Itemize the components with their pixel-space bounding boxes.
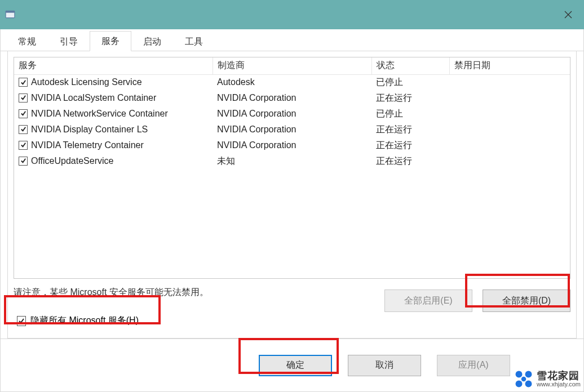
service-row[interactable]: NVIDIA Telemetry ContainerNVIDIA Corpora…	[14, 137, 570, 153]
service-checkbox[interactable]	[19, 93, 28, 103]
service-manufacturer: Autodesk	[213, 74, 371, 90]
tab-2[interactable]: 服务	[90, 31, 131, 51]
ok-button[interactable]: 确定	[259, 355, 332, 376]
service-status: 已停止	[371, 106, 449, 122]
svg-point-5	[525, 371, 532, 378]
snowflake-icon	[514, 369, 533, 389]
services-list[interactable]: 服务 制造商 状态 禁用日期 Autodesk Licensing Servic…	[14, 57, 570, 279]
svg-point-8	[521, 377, 527, 382]
col-header-service[interactable]: 服务	[14, 57, 213, 74]
col-header-disable-date[interactable]: 禁用日期	[449, 57, 570, 74]
tab-0[interactable]: 常规	[6, 32, 48, 51]
service-name: NVIDIA LocalSystem Container	[31, 93, 156, 103]
service-row[interactable]: OfficeUpdateService未知正在运行	[14, 153, 570, 169]
service-status: 正在运行	[371, 153, 449, 169]
service-disable-date	[449, 153, 570, 169]
dialog-footer: 确定 取消 应用(A)	[1, 338, 583, 391]
service-row[interactable]: Autodesk Licensing ServiceAutodesk已停止	[14, 74, 570, 90]
service-checkbox[interactable]	[19, 157, 28, 166]
service-checkbox[interactable]	[19, 125, 28, 134]
service-row[interactable]: NVIDIA Display Container LSNVIDIA Corpor…	[14, 122, 570, 137]
service-disable-date	[449, 122, 570, 137]
service-name: NVIDIA NetworkService Container	[31, 109, 168, 119]
service-status: 正在运行	[371, 137, 449, 153]
disable-all-button[interactable]: 全部禁用(D)	[483, 289, 570, 312]
service-name: NVIDIA Telemetry Container	[31, 140, 144, 150]
apply-button[interactable]: 应用(A)	[437, 355, 510, 376]
close-button[interactable]	[552, 0, 584, 29]
watermark: 雪花家园 www.xhjaty.com	[514, 369, 581, 389]
service-status: 正在运行	[371, 122, 449, 137]
service-checkbox[interactable]	[19, 109, 28, 118]
service-status: 已停止	[371, 74, 449, 90]
tab-3[interactable]: 启动	[131, 32, 173, 51]
enable-all-button[interactable]: 全部启用(E)	[384, 289, 472, 312]
watermark-text: 雪花家园	[537, 371, 581, 381]
checkbox-icon	[17, 316, 26, 326]
tab-4[interactable]: 工具	[173, 32, 215, 51]
titlebar	[0, 0, 584, 29]
service-row[interactable]: NVIDIA NetworkService ContainerNVIDIA Co…	[14, 106, 570, 122]
services-panel: 服务 制造商 状态 禁用日期 Autodesk Licensing Servic…	[7, 51, 577, 338]
service-disable-date	[449, 90, 570, 106]
service-disable-date	[449, 74, 570, 90]
service-manufacturer: NVIDIA Corporation	[213, 137, 371, 153]
service-row[interactable]: NVIDIA LocalSystem ContainerNVIDIA Corpo…	[14, 90, 570, 106]
service-disable-date	[449, 137, 570, 153]
cancel-button[interactable]: 取消	[348, 355, 421, 376]
service-manufacturer: NVIDIA Corporation	[213, 106, 371, 122]
tab-strip: 常规引导服务启动工具	[1, 29, 583, 51]
svg-point-7	[525, 381, 532, 387]
col-header-status[interactable]: 状态	[371, 57, 449, 74]
svg-point-4	[516, 371, 523, 378]
service-status: 正在运行	[371, 90, 449, 106]
service-checkbox[interactable]	[19, 141, 28, 150]
col-header-manufacturer[interactable]: 制造商	[213, 57, 371, 74]
client-area: 常规引导服务启动工具 服务 制造商 状态 禁用日期 Autodesk Licen…	[0, 29, 584, 392]
service-name: Autodesk Licensing Service	[31, 77, 142, 87]
watermark-url: www.xhjaty.com	[537, 381, 581, 388]
service-name: NVIDIA Display Container LS	[31, 124, 148, 135]
service-checkbox[interactable]	[19, 78, 28, 87]
hide-ms-checkbox[interactable]: 隐藏所有 Microsoft 服务(H)	[17, 315, 139, 327]
tab-1[interactable]: 引导	[48, 32, 90, 51]
service-disable-date	[449, 106, 570, 122]
app-icon	[5, 9, 16, 20]
service-manufacturer: NVIDIA Corporation	[213, 122, 371, 137]
hide-ms-label: 隐藏所有 Microsoft 服务(H)	[30, 315, 139, 327]
service-manufacturer: 未知	[213, 153, 371, 169]
warning-note: 请注意，某些 Microsoft 安全服务可能无法禁用。	[14, 287, 209, 299]
service-manufacturer: NVIDIA Corporation	[213, 90, 371, 106]
action-row: 全部启用(E) 全部禁用(D)	[384, 289, 570, 312]
svg-rect-1	[6, 11, 15, 12]
svg-point-6	[516, 381, 523, 387]
service-name: OfficeUpdateService	[31, 156, 113, 166]
